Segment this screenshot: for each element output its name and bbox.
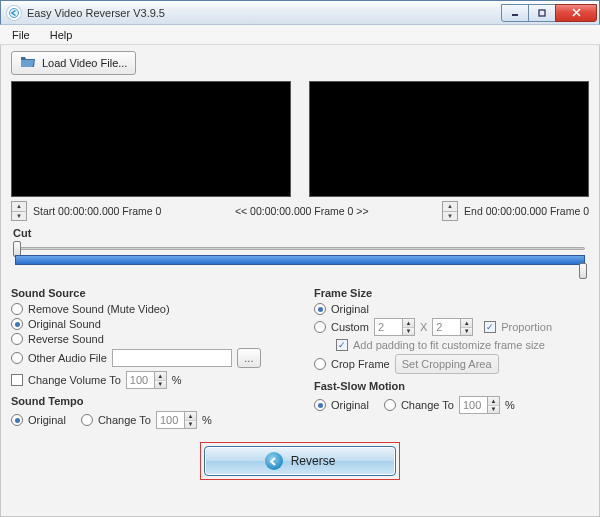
menu-file[interactable]: File bbox=[4, 27, 38, 43]
cut-label: Cut bbox=[13, 227, 589, 239]
tempo-percent: % bbox=[202, 414, 212, 426]
original-sound-label: Original Sound bbox=[28, 318, 101, 330]
reverse-button[interactable]: Reverse bbox=[204, 446, 396, 476]
minimize-button[interactable] bbox=[501, 4, 529, 22]
sound-tempo-title: Sound Tempo bbox=[11, 395, 286, 407]
volume-spinner[interactable]: 100 ▲▼ bbox=[126, 371, 167, 389]
motion-title: Fast-Slow Motion bbox=[314, 380, 589, 392]
radio-original-sound[interactable] bbox=[11, 318, 23, 330]
video-preview-row bbox=[11, 81, 589, 197]
mid-time-label: << 00:00:00.000 Frame 0 >> bbox=[167, 205, 436, 217]
radio-reverse-sound[interactable] bbox=[11, 333, 23, 345]
reverse-highlight: Reverse bbox=[200, 442, 400, 480]
tempo-spinner[interactable]: 100 ▲▼ bbox=[156, 411, 197, 429]
radio-other-audio[interactable] bbox=[11, 352, 23, 364]
padding-label: Add padding to fit customize frame size bbox=[353, 339, 545, 351]
change-volume-label: Change Volume To bbox=[28, 374, 121, 386]
title-bar: Easy Video Reverser V3.9.5 bbox=[0, 0, 600, 25]
radio-framesize-custom[interactable] bbox=[314, 321, 326, 333]
reverse-sound-label: Reverse Sound bbox=[28, 333, 104, 345]
radio-tempo-original[interactable] bbox=[11, 414, 23, 426]
motion-change-label: Change To bbox=[401, 399, 454, 411]
start-frame-spinner[interactable]: ▲▼ bbox=[11, 201, 27, 221]
cut-range-slider[interactable] bbox=[15, 243, 585, 277]
dimension-x: X bbox=[420, 321, 427, 333]
reverse-arrow-icon bbox=[265, 452, 283, 470]
menu-help[interactable]: Help bbox=[42, 27, 81, 43]
volume-percent: % bbox=[172, 374, 182, 386]
video-preview-left bbox=[11, 81, 291, 197]
folder-icon bbox=[20, 55, 36, 71]
right-column: Frame Size Original Custom 2 ▲▼ X 2 ▲▼ P… bbox=[314, 285, 589, 432]
sound-source-title: Sound Source bbox=[11, 287, 286, 299]
video-preview-right bbox=[309, 81, 589, 197]
reverse-label: Reverse bbox=[291, 454, 336, 468]
left-column: Sound Source Remove Sound (Mute Video) O… bbox=[11, 285, 286, 432]
maximize-button[interactable] bbox=[528, 4, 556, 22]
custom-width-spinner[interactable]: 2 ▲▼ bbox=[374, 318, 415, 336]
framesize-original-label: Original bbox=[331, 303, 369, 315]
check-proportion[interactable] bbox=[484, 321, 496, 333]
custom-height-spinner[interactable]: 2 ▲▼ bbox=[432, 318, 473, 336]
set-cropping-button[interactable]: Set Cropping Area bbox=[395, 354, 499, 374]
check-add-padding[interactable] bbox=[336, 339, 348, 351]
svg-rect-2 bbox=[539, 10, 545, 16]
motion-original-label: Original bbox=[331, 399, 369, 411]
other-audio-path[interactable] bbox=[112, 349, 232, 367]
crop-frame-label: Crop Frame bbox=[331, 358, 390, 370]
window-controls bbox=[502, 4, 597, 22]
tempo-original-label: Original bbox=[28, 414, 66, 426]
frame-size-title: Frame Size bbox=[314, 287, 589, 299]
radio-tempo-change[interactable] bbox=[81, 414, 93, 426]
radio-motion-original[interactable] bbox=[314, 399, 326, 411]
end-frame-spinner[interactable]: ▲▼ bbox=[442, 201, 458, 221]
tempo-change-label: Change To bbox=[98, 414, 151, 426]
framesize-custom-label: Custom bbox=[331, 321, 369, 333]
proportion-label: Proportion bbox=[501, 321, 552, 333]
other-audio-label: Other Audio File bbox=[28, 352, 107, 364]
app-icon bbox=[6, 5, 22, 21]
svg-rect-1 bbox=[512, 14, 518, 16]
cut-thumb-end[interactable] bbox=[579, 263, 587, 279]
radio-motion-change[interactable] bbox=[384, 399, 396, 411]
load-video-label: Load Video File... bbox=[42, 57, 127, 69]
radio-crop-frame[interactable] bbox=[314, 358, 326, 370]
window-title: Easy Video Reverser V3.9.5 bbox=[27, 7, 502, 19]
check-change-volume[interactable] bbox=[11, 374, 23, 386]
remove-sound-label: Remove Sound (Mute Video) bbox=[28, 303, 170, 315]
browse-audio-button[interactable]: ... bbox=[237, 348, 261, 368]
close-button[interactable] bbox=[555, 4, 597, 22]
radio-framesize-original[interactable] bbox=[314, 303, 326, 315]
cut-track-fill bbox=[15, 255, 585, 265]
start-time-label: Start 00:00:00.000 Frame 0 bbox=[33, 205, 161, 217]
timeline-info: ▲▼ Start 00:00:00.000 Frame 0 << 00:00:0… bbox=[11, 201, 589, 221]
motion-percent: % bbox=[505, 399, 515, 411]
client-area: Load Video File... ▲▼ Start 00:00:00.000… bbox=[0, 45, 600, 517]
radio-remove-sound[interactable] bbox=[11, 303, 23, 315]
end-time-label: End 00:00:00.000 Frame 0 bbox=[464, 205, 589, 217]
motion-spinner[interactable]: 100 ▲▼ bbox=[459, 396, 500, 414]
menu-bar: File Help bbox=[0, 25, 600, 45]
load-video-button[interactable]: Load Video File... bbox=[11, 51, 136, 75]
cut-track-top bbox=[15, 247, 585, 250]
